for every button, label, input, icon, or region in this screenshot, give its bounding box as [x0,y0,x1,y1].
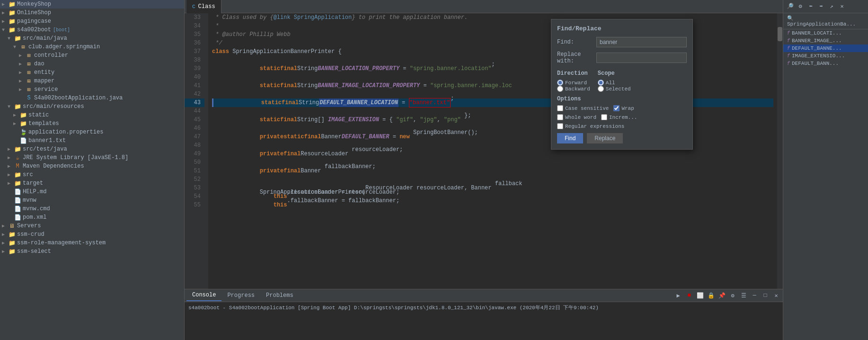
sidebar-item-application-properties[interactable]: ▶ 🍃 application.properties [0,128,184,136]
rp-item-0[interactable]: f BANNER_LOCATI... [783,29,868,37]
sidebar-item-maven[interactable]: ▶ M Maven Dependencies [0,162,184,170]
code-editor-area[interactable]: 33 34 35 36 37 38 39 40 41 42 43 44 45 4… [185,13,783,289]
selected-radio[interactable] [598,86,604,92]
replace-button[interactable]: Replace [587,133,623,143]
case-sensitive-row[interactable]: Case sensitive [557,105,609,111]
sidebar-label: templates [28,120,59,127]
file-tree[interactable]: ▶ 📁 MonkeyShop ▶ 📁 OnlineShop ▶ 📁 paging… [0,0,185,340]
wrap-label: Wrap [621,106,634,111]
backward-radio-row[interactable]: Backward [557,86,590,92]
rp-btn-2[interactable]: ⚙ [796,2,805,11]
console-tab-progress[interactable]: Progress [221,290,260,301]
sidebar-item-static[interactable]: ▶ 📁 static [0,111,184,119]
sidebar-item-monkeyshop[interactable]: ▶ 📁 MonkeyShop [0,0,184,9]
console-clear-icon[interactable]: ⬜ [695,291,705,300]
expand-arrow-icon: ▶ [2,10,7,16]
sidebar-item-controller[interactable]: ▶ ⊞ controller [0,51,184,60]
sidebar-item-ssm-role[interactable]: ▶ 📁 ssm-role-management-system [0,239,184,247]
folder-icon: 📁 [9,248,15,255]
scope-label: Scope [598,70,631,77]
rp-btn-4[interactable]: ➡ [816,2,826,11]
sidebar-item-resources[interactable]: ▼ 📁 src/main/resources [0,102,184,111]
whole-word-row[interactable]: Whole word [557,114,596,120]
find-button[interactable]: Find [557,133,583,143]
console-run-icon[interactable]: ▶ [673,291,683,300]
tab-class[interactable]: C Class [186,0,221,13]
console-tab-console[interactable]: Console [186,290,221,301]
console-pin-icon[interactable]: 📌 [717,291,726,300]
line-num-49: 49 [185,150,204,158]
console-output: s4a002boot - S4a002bootApplication [Spri… [185,302,783,340]
regex-label: Regular expressions [565,124,624,129]
field-icon: f [787,61,790,66]
sidebar-item-mapper[interactable]: ▶ ⊞ mapper [0,77,184,85]
all-radio[interactable] [598,80,604,86]
rp-item-1[interactable]: f BANNER_IMAGE_... [783,37,868,45]
wrap-checkbox[interactable] [613,105,620,111]
regex-checkbox[interactable] [557,123,563,129]
rp-item-4[interactable]: f DEFAULT_BANN... [783,60,868,67]
sidebar-item-test-java[interactable]: ▶ 📁 src/test/java [0,145,184,153]
scrollbar-thumb[interactable] [778,27,782,41]
wrap-row[interactable]: Wrap [613,105,634,111]
sidebar-item-ssm-select[interactable]: ▶ 📁 ssm-select [0,247,184,256]
file-icon: 📄 [14,206,21,212]
sidebar-item-s4a002boot[interactable]: ▼ 📁 s4a002boot [boot] [0,26,184,34]
sidebar-item-banner-txt[interactable]: ▶ 📄 banner1.txt [0,136,184,145]
direction-label: Direction [557,70,590,77]
sidebar-label: target [23,180,43,187]
sidebar-item-jre[interactable]: ▶ ☕ JRE System Library [JavaSE-1.8] [0,153,184,162]
field-icon: f [787,38,790,44]
sidebar-label: Maven Dependencies [23,163,84,170]
console-scroll-lock-icon[interactable]: 🔒 [706,291,716,300]
forward-radio[interactable] [557,80,563,86]
incremental-row[interactable]: Increm... [601,114,637,120]
rp-btn-5[interactable]: ↗ [827,2,836,11]
forward-radio-row[interactable]: Forward [557,80,590,86]
sidebar-item-pagingcase[interactable]: ▶ 📁 pagingcase [0,17,184,26]
console-minimize-icon[interactable]: ─ [750,291,759,300]
rp-btn-6[interactable]: ✕ [837,2,847,11]
incremental-checkbox[interactable] [601,114,607,120]
find-input[interactable] [596,37,687,47]
line-num-43: 43 [185,98,204,107]
sidebar-item-mvnw[interactable]: ▶ 📄 mvnw [0,196,184,205]
backward-radio[interactable] [557,86,563,92]
regex-row[interactable]: Regular expressions [557,123,687,129]
rp-item-3[interactable]: f IMAGE_EXTENSIO... [783,52,868,60]
console-menu-icon[interactable]: ☰ [739,291,748,300]
sidebar-item-src[interactable]: ▶ 📁 src [0,170,184,179]
sidebar-label: s4a002boot [17,27,51,33]
rp-item-2[interactable]: f DEFAULT_BANNE... [783,45,868,52]
console-close-icon[interactable]: ✕ [771,291,781,300]
rp-btn-1[interactable]: 🔎 [785,2,795,11]
whole-word-checkbox[interactable] [557,114,563,120]
sidebar-item-src-main-java[interactable]: ▼ 📁 src/main/java [0,34,184,43]
sidebar-item-templates[interactable]: ▶ 📁 templates [0,119,184,128]
sidebar-item-help-md[interactable]: ▶ 📄 HELP.md [0,188,184,196]
dialog-title: Find/Replace [557,25,687,32]
sidebar-item-package[interactable]: ▼ ⊞ club.adger.springmain [0,43,184,51]
sidebar-item-pom-xml[interactable]: ▶ 📄 pom.xml [0,213,184,222]
expand-arrow-icon: ▶ [19,70,24,75]
sidebar-item-ssm-crud[interactable]: ▶ 📁 ssm-crud [0,230,184,239]
console-maximize-icon[interactable]: □ [761,291,770,300]
sidebar-item-servers[interactable]: ▶ 🖥 Servers [0,222,184,230]
sidebar-label: MonkeyShop [17,1,51,8]
console-stop-icon[interactable]: ■ [684,291,694,300]
sidebar-item-target[interactable]: ▶ 📁 target [0,179,184,188]
replace-input[interactable] [596,53,687,63]
sidebar-item-application-java[interactable]: ▶ S S4a002bootApplication.java [0,94,184,102]
selected-radio-row[interactable]: Selected [598,86,631,92]
sidebar-item-onlineshop[interactable]: ▶ 📁 OnlineShop [0,9,184,17]
console-settings-icon[interactable]: ⚙ [728,291,737,300]
sidebar-item-service[interactable]: ▶ ⊞ service [0,85,184,94]
vertical-scrollbar[interactable] [777,13,783,289]
case-sensitive-checkbox[interactable] [557,105,563,111]
rp-btn-3[interactable]: ⬅ [806,2,815,11]
all-radio-row[interactable]: All [598,80,631,86]
console-tab-problems[interactable]: Problems [260,290,299,301]
sidebar-item-mvnw-cmd[interactable]: ▶ 📄 mvnw.cmd [0,205,184,213]
sidebar-item-dao[interactable]: ▶ ⊞ dao [0,60,184,68]
sidebar-item-entity[interactable]: ▶ ⊞ entity [0,68,184,77]
